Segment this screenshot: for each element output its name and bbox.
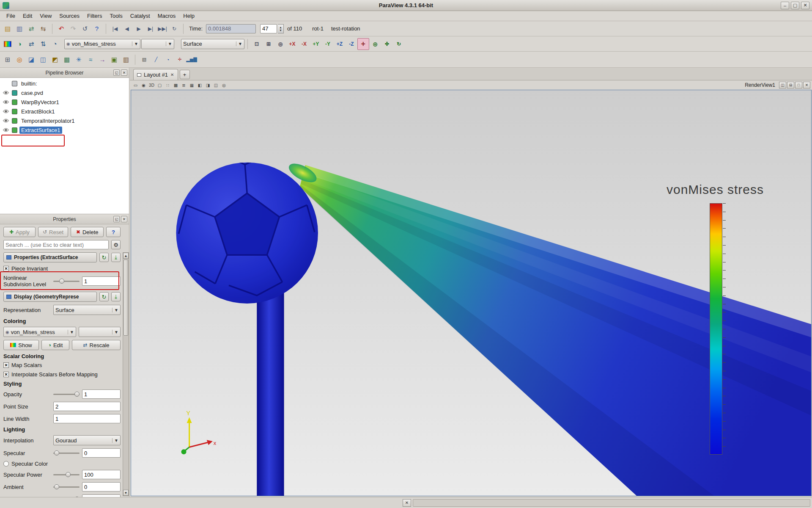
threshold-filter-button[interactable]: ◩ [49, 54, 61, 66]
previous-frame-button[interactable]: ◀ [121, 23, 133, 35]
interactive-select-cells-icon[interactable]: ◧ [196, 81, 204, 89]
close-tab-icon[interactable]: ✕ [170, 72, 174, 77]
frame-number-field[interactable] [260, 24, 277, 33]
show-center-axes-button[interactable]: ✛ [357, 38, 369, 50]
render-viewport-3d[interactable]: Y x vonMises stress [131, 90, 812, 496]
camera-undo-button[interactable]: ↺ [79, 23, 91, 35]
rescale-to-temporal-range-button[interactable]: ◔ [49, 38, 61, 50]
specular-color-radio[interactable] [3, 461, 9, 467]
play-button[interactable]: ▶ [133, 23, 145, 35]
menu-sources[interactable]: Sources [55, 11, 83, 20]
representation-dropdown[interactable]: Surface ▼ [53, 305, 121, 315]
histogram-button[interactable]: ▂▅▇ [186, 54, 198, 66]
scrollbar-thumb[interactable] [123, 260, 128, 336]
last-frame-button[interactable]: ▶▶| [156, 23, 168, 35]
ambient-slider[interactable] [53, 483, 80, 490]
save-defaults-icon[interactable]: ⤓ [111, 253, 121, 262]
coloring-array-dropdown[interactable]: ◉ von_Mises_stress ▼ [3, 327, 76, 337]
close-button[interactable]: ✕ [801, 2, 809, 9]
plot-selection-over-time-button[interactable]: ◔ [162, 54, 174, 66]
next-frame-button[interactable]: ▶| [145, 23, 156, 35]
visibility-eye-icon[interactable] [2, 119, 10, 123]
section-properties-bar[interactable]: Properties (ExtractSurface [3, 252, 97, 262]
contour-filter-button[interactable]: ◎ [14, 54, 25, 66]
pipeline-item-builtin[interactable]: builtin: [0, 79, 129, 88]
interaction-mode-3d-icon[interactable]: 3D [148, 81, 156, 89]
close-panel-icon[interactable]: ✕ [121, 216, 127, 222]
undo-button[interactable]: ↶ [55, 23, 67, 35]
view-minus-z-button[interactable]: -Z [346, 38, 357, 50]
select-points-through-icon[interactable]: ≣ [180, 81, 188, 89]
abort-progress-button[interactable]: ✕ [403, 499, 411, 507]
zoom-to-box-button[interactable]: ⊞ [263, 38, 274, 50]
visibility-eye-icon[interactable] [2, 100, 10, 104]
scroll-down-icon[interactable]: ▼ [123, 490, 129, 496]
map-scalars-checkbox[interactable]: ✕ [3, 362, 9, 368]
section-display-bar[interactable]: Display (GeometryReprese [3, 292, 97, 302]
visibility-eye-icon[interactable] [2, 128, 10, 132]
maximize-button[interactable]: ▢ [791, 2, 799, 9]
loop-button[interactable]: ↻ [168, 23, 180, 35]
pipeline-item-temporalinterpolator1[interactable]: TemporalInterpolator1 [0, 116, 129, 125]
disconnect-server-button[interactable]: ⇆ [37, 23, 49, 35]
tab-layout-1[interactable]: Layout #1 ✕ [133, 69, 178, 80]
undock-panel-icon[interactable]: ◱ [113, 216, 120, 222]
warp-by-vector-filter-button[interactable]: → [96, 54, 108, 66]
select-cells-through-icon[interactable]: ▩ [172, 81, 180, 89]
pick-center-button[interactable]: ✜ [381, 38, 393, 50]
menu-help[interactable]: Help [179, 11, 198, 20]
pipeline-item-case-pvd[interactable]: case.pvd [0, 88, 129, 97]
split-vertical-button[interactable]: ⊟ [787, 82, 794, 88]
adjust-camera-icon[interactable]: ▭ [132, 81, 140, 89]
color-component-combo[interactable]: ▼ [141, 39, 174, 49]
show-legend-button[interactable]: Show [3, 340, 39, 350]
delete-button[interactable]: ✖Delete [71, 227, 104, 237]
zoom-to-data-button[interactable]: ⊡ [251, 38, 263, 50]
point-size-field[interactable] [53, 402, 121, 411]
piece-invariant-checkbox[interactable]: ✕ [3, 266, 9, 271]
connect-server-button[interactable]: ⇄ [25, 23, 37, 35]
close-view-button[interactable]: ✕ [803, 82, 810, 88]
apply-button[interactable]: ✚Apply [3, 227, 36, 237]
properties-scrollbar[interactable]: ▲ ▼ [123, 252, 129, 496]
split-horizontal-button[interactable]: ◫ [779, 82, 786, 88]
extract-subset-filter-button[interactable]: ▦ [61, 54, 73, 66]
legend-color-bar[interactable] [710, 203, 722, 455]
rotate-camera-90-button[interactable]: ↻ [393, 38, 405, 50]
select-cells-on-icon[interactable]: ▢ [156, 81, 164, 89]
reset-button[interactable]: ↺Reset [38, 227, 69, 237]
view-minus-y-button[interactable]: -Y [322, 38, 334, 50]
specular-power-slider[interactable] [53, 471, 80, 478]
menu-filters[interactable]: Filters [83, 11, 106, 20]
calculator-filter-button[interactable]: ⊞ [2, 54, 14, 66]
help-button[interactable]: ? [91, 23, 103, 35]
view-plus-y-button[interactable]: +Y [310, 38, 322, 50]
menu-file[interactable]: File [3, 11, 19, 20]
view-minus-x-button[interactable]: -X [298, 38, 310, 50]
menu-tools[interactable]: Tools [106, 11, 126, 20]
opacity-slider[interactable] [53, 391, 80, 398]
maximize-view-button[interactable]: □ [795, 82, 802, 88]
scroll-up-icon[interactable]: ▲ [123, 253, 129, 259]
group-datasets-filter-button[interactable]: ▣ [108, 54, 120, 66]
nonlinear-subdivision-field[interactable] [82, 276, 121, 286]
save-display-defaults-icon[interactable]: ⤓ [111, 292, 121, 301]
specular-power-field[interactable] [82, 470, 121, 479]
edit-color-map-button[interactable]: ◑ [14, 38, 25, 50]
time-value-field[interactable] [206, 24, 256, 33]
edit-color-map-button[interactable]: ◑Edit [41, 340, 69, 350]
interpolation-dropdown[interactable]: Gouraud ▼ [53, 435, 121, 445]
pipeline-item-extractblock1[interactable]: ExtractBlock1 [0, 107, 129, 116]
menu-catalyst[interactable]: Catalyst [126, 11, 154, 20]
close-panel-icon[interactable]: ✕ [121, 69, 127, 76]
copy-display-icon[interactable]: ↻ [99, 292, 109, 301]
copy-properties-icon[interactable]: ↻ [99, 253, 109, 262]
properties-help-button[interactable]: ? [106, 227, 121, 237]
interactive-select-points-icon[interactable]: ◨ [204, 81, 212, 89]
nonlinear-subdivision-slider[interactable] [53, 278, 80, 284]
ambient-field[interactable] [82, 482, 121, 491]
rescale-to-data-range-button[interactable]: ⇄ [25, 38, 37, 50]
view-plus-z-button[interactable]: +Z [334, 38, 346, 50]
stream-tracer-filter-button[interactable]: ≈ [85, 54, 96, 66]
reset-camera-button[interactable]: ◎ [274, 38, 286, 50]
